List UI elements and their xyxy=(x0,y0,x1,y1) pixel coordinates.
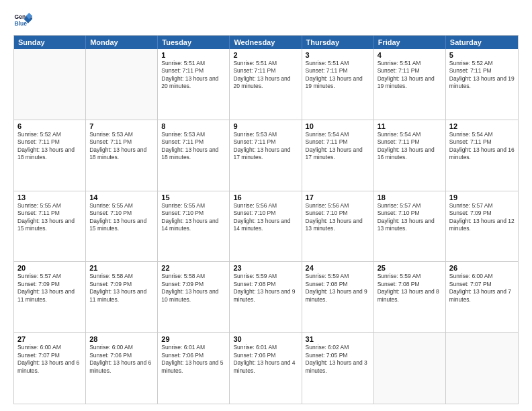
cell-info: Sunrise: 5:55 AM Sunset: 7:10 PM Dayligh… xyxy=(89,202,154,233)
header-day-wednesday: Wednesday xyxy=(230,36,302,49)
day-number: 29 xyxy=(161,335,226,343)
header-day-thursday: Thursday xyxy=(302,36,374,49)
cell-info: Sunrise: 5:51 AM Sunset: 7:11 PM Dayligh… xyxy=(233,60,298,91)
day-cell-8: 8Sunrise: 5:53 AM Sunset: 7:11 PM Daylig… xyxy=(158,120,230,191)
day-cell-9: 9Sunrise: 5:53 AM Sunset: 7:11 PM Daylig… xyxy=(230,120,302,191)
header-day-friday: Friday xyxy=(374,36,446,49)
cell-info: Sunrise: 5:52 AM Sunset: 7:11 PM Dayligh… xyxy=(17,131,82,162)
day-number: 9 xyxy=(233,122,298,130)
calendar-header: SundayMondayTuesdayWednesdayThursdayFrid… xyxy=(14,36,518,49)
day-number: 2 xyxy=(233,51,298,59)
cell-info: Sunrise: 5:58 AM Sunset: 7:09 PM Dayligh… xyxy=(89,273,154,304)
cell-info: Sunrise: 5:51 AM Sunset: 7:11 PM Dayligh… xyxy=(306,60,370,91)
day-cell-29: 29Sunrise: 6:01 AM Sunset: 7:06 PM Dayli… xyxy=(158,333,230,404)
day-cell-17: 17Sunrise: 5:56 AM Sunset: 7:10 PM Dayli… xyxy=(302,191,374,262)
cell-info: Sunrise: 6:01 AM Sunset: 7:06 PM Dayligh… xyxy=(233,344,298,375)
header: General Blue xyxy=(13,11,519,30)
logo: General Blue xyxy=(13,11,32,30)
empty-cell xyxy=(86,49,158,120)
day-cell-28: 28Sunrise: 6:00 AM Sunset: 7:06 PM Dayli… xyxy=(86,333,158,404)
day-cell-27: 27Sunrise: 6:00 AM Sunset: 7:07 PM Dayli… xyxy=(14,333,86,404)
day-number: 12 xyxy=(449,122,515,130)
day-cell-15: 15Sunrise: 5:55 AM Sunset: 7:10 PM Dayli… xyxy=(158,191,230,262)
cell-info: Sunrise: 5:53 AM Sunset: 7:11 PM Dayligh… xyxy=(161,131,226,162)
cell-info: Sunrise: 5:57 AM Sunset: 7:09 PM Dayligh… xyxy=(449,202,515,233)
day-number: 16 xyxy=(233,193,298,201)
cell-info: Sunrise: 5:59 AM Sunset: 7:08 PM Dayligh… xyxy=(306,273,370,304)
cell-info: Sunrise: 5:59 AM Sunset: 7:08 PM Dayligh… xyxy=(233,273,298,304)
day-cell-5: 5Sunrise: 5:52 AM Sunset: 7:11 PM Daylig… xyxy=(446,49,518,120)
week-row-0: 1Sunrise: 5:51 AM Sunset: 7:11 PM Daylig… xyxy=(14,49,518,120)
day-number: 30 xyxy=(233,335,298,343)
day-number: 23 xyxy=(233,264,298,272)
cell-info: Sunrise: 5:54 AM Sunset: 7:11 PM Dayligh… xyxy=(306,131,370,162)
day-cell-21: 21Sunrise: 5:58 AM Sunset: 7:09 PM Dayli… xyxy=(86,262,158,332)
day-cell-3: 3Sunrise: 5:51 AM Sunset: 7:11 PM Daylig… xyxy=(302,49,374,120)
day-number: 18 xyxy=(378,193,442,201)
week-row-3: 20Sunrise: 5:57 AM Sunset: 7:09 PM Dayli… xyxy=(14,262,518,333)
logo-icon: General Blue xyxy=(13,11,32,30)
cell-info: Sunrise: 5:52 AM Sunset: 7:11 PM Dayligh… xyxy=(449,60,515,91)
cell-info: Sunrise: 5:59 AM Sunset: 7:08 PM Dayligh… xyxy=(378,273,442,304)
header-day-sunday: Sunday xyxy=(14,36,86,49)
day-number: 31 xyxy=(306,335,370,343)
cell-info: Sunrise: 6:00 AM Sunset: 7:07 PM Dayligh… xyxy=(17,344,82,375)
day-cell-2: 2Sunrise: 5:51 AM Sunset: 7:11 PM Daylig… xyxy=(230,49,302,120)
day-cell-12: 12Sunrise: 5:54 AM Sunset: 7:11 PM Dayli… xyxy=(446,120,518,191)
day-number: 17 xyxy=(306,193,370,201)
day-number: 13 xyxy=(17,193,82,201)
day-cell-18: 18Sunrise: 5:57 AM Sunset: 7:10 PM Dayli… xyxy=(374,191,446,262)
page: General Blue SundayMondayTuesdayWednesda… xyxy=(0,0,532,411)
day-cell-19: 19Sunrise: 5:57 AM Sunset: 7:09 PM Dayli… xyxy=(446,191,518,262)
svg-text:Blue: Blue xyxy=(15,20,28,27)
cell-info: Sunrise: 5:51 AM Sunset: 7:11 PM Dayligh… xyxy=(161,60,226,91)
cell-info: Sunrise: 5:53 AM Sunset: 7:11 PM Dayligh… xyxy=(233,131,298,162)
week-row-1: 6Sunrise: 5:52 AM Sunset: 7:11 PM Daylig… xyxy=(14,120,518,191)
cell-info: Sunrise: 5:54 AM Sunset: 7:11 PM Dayligh… xyxy=(449,131,515,162)
week-row-4: 27Sunrise: 6:00 AM Sunset: 7:07 PM Dayli… xyxy=(14,333,518,404)
day-number: 3 xyxy=(306,51,370,59)
day-number: 11 xyxy=(378,122,442,130)
cell-info: Sunrise: 6:00 AM Sunset: 7:07 PM Dayligh… xyxy=(449,273,515,304)
cell-info: Sunrise: 5:53 AM Sunset: 7:11 PM Dayligh… xyxy=(89,131,154,162)
day-number: 22 xyxy=(161,264,226,272)
day-cell-13: 13Sunrise: 5:55 AM Sunset: 7:11 PM Dayli… xyxy=(14,191,86,262)
empty-cell xyxy=(14,49,86,120)
day-cell-20: 20Sunrise: 5:57 AM Sunset: 7:09 PM Dayli… xyxy=(14,262,86,332)
day-cell-23: 23Sunrise: 5:59 AM Sunset: 7:08 PM Dayli… xyxy=(230,262,302,332)
cell-info: Sunrise: 5:57 AM Sunset: 7:09 PM Dayligh… xyxy=(17,273,82,304)
day-number: 1 xyxy=(161,51,226,59)
header-day-monday: Monday xyxy=(86,36,158,49)
day-number: 24 xyxy=(306,264,370,272)
day-cell-14: 14Sunrise: 5:55 AM Sunset: 7:10 PM Dayli… xyxy=(86,191,158,262)
cell-info: Sunrise: 5:57 AM Sunset: 7:10 PM Dayligh… xyxy=(378,202,442,233)
day-cell-30: 30Sunrise: 6:01 AM Sunset: 7:06 PM Dayli… xyxy=(230,333,302,404)
day-cell-31: 31Sunrise: 6:02 AM Sunset: 7:05 PM Dayli… xyxy=(302,333,374,404)
cell-info: Sunrise: 5:56 AM Sunset: 7:10 PM Dayligh… xyxy=(306,202,370,233)
day-number: 28 xyxy=(89,335,154,343)
day-number: 10 xyxy=(306,122,370,130)
day-number: 27 xyxy=(17,335,82,343)
day-number: 20 xyxy=(17,264,82,272)
empty-cell xyxy=(446,333,518,404)
cell-info: Sunrise: 6:02 AM Sunset: 7:05 PM Dayligh… xyxy=(306,344,370,375)
week-row-2: 13Sunrise: 5:55 AM Sunset: 7:11 PM Dayli… xyxy=(14,191,518,263)
day-cell-24: 24Sunrise: 5:59 AM Sunset: 7:08 PM Dayli… xyxy=(302,262,374,332)
cell-info: Sunrise: 5:51 AM Sunset: 7:11 PM Dayligh… xyxy=(378,60,442,91)
day-number: 5 xyxy=(449,51,515,59)
calendar-body: 1Sunrise: 5:51 AM Sunset: 7:11 PM Daylig… xyxy=(14,49,518,404)
day-number: 7 xyxy=(89,122,154,130)
day-number: 26 xyxy=(449,264,515,272)
cell-info: Sunrise: 5:56 AM Sunset: 7:10 PM Dayligh… xyxy=(233,202,298,233)
cell-info: Sunrise: 6:01 AM Sunset: 7:06 PM Dayligh… xyxy=(161,344,226,375)
cell-info: Sunrise: 5:54 AM Sunset: 7:11 PM Dayligh… xyxy=(378,131,442,162)
day-cell-11: 11Sunrise: 5:54 AM Sunset: 7:11 PM Dayli… xyxy=(374,120,446,191)
empty-cell xyxy=(374,333,446,404)
day-cell-7: 7Sunrise: 5:53 AM Sunset: 7:11 PM Daylig… xyxy=(86,120,158,191)
day-cell-4: 4Sunrise: 5:51 AM Sunset: 7:11 PM Daylig… xyxy=(374,49,446,120)
day-cell-6: 6Sunrise: 5:52 AM Sunset: 7:11 PM Daylig… xyxy=(14,120,86,191)
calendar: SundayMondayTuesdayWednesdayThursdayFrid… xyxy=(13,35,519,404)
day-number: 4 xyxy=(378,51,442,59)
cell-info: Sunrise: 5:55 AM Sunset: 7:11 PM Dayligh… xyxy=(17,202,82,233)
day-cell-22: 22Sunrise: 5:58 AM Sunset: 7:09 PM Dayli… xyxy=(158,262,230,332)
